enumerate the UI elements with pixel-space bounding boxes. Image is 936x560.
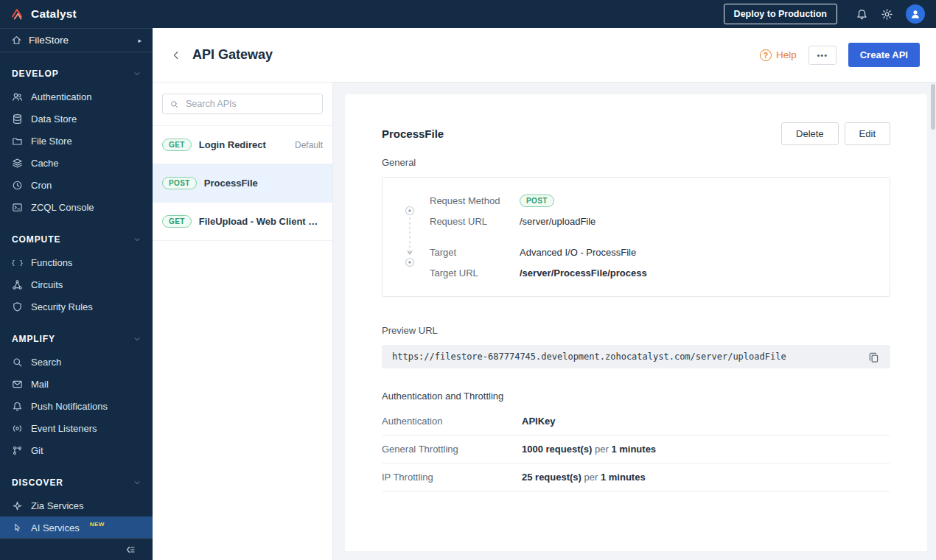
sidebar-section-discover[interactable]: DISCOVER: [0, 461, 153, 494]
home-icon: [11, 35, 22, 46]
preview-url-heading: Preview URL: [382, 325, 890, 336]
authentication-row: Authentication APIKey: [382, 407, 890, 435]
bell-icon: [12, 401, 23, 412]
sidebar-item-circuits[interactable]: Circuits: [0, 273, 153, 295]
content-area: GET Login Redirect Default POST ProcessF…: [153, 83, 936, 560]
method-badge: POST: [162, 177, 197, 189]
request-target-connector-icon: [405, 193, 415, 281]
search-apis-input[interactable]: [184, 98, 315, 110]
braces-icon: { }: [12, 257, 23, 268]
general-throttling-row: General Throttling 1000 request(s) per 1…: [382, 435, 890, 463]
topbar: Deploy to Production: [153, 0, 936, 28]
scrollbar-thumb[interactable]: [931, 84, 935, 130]
deploy-to-production-button[interactable]: Deploy to Production: [724, 4, 837, 24]
chevron-down-icon: [133, 335, 141, 343]
sidebar-item-cache[interactable]: Cache: [0, 152, 153, 174]
collapse-sidebar-icon[interactable]: [125, 544, 136, 556]
chevron-left-icon: [171, 50, 181, 60]
database-icon: [12, 113, 23, 125]
sidebar-section-compute[interactable]: COMPUTE: [0, 218, 153, 251]
general-heading: General: [382, 157, 890, 168]
sidebar-item-functions[interactable]: { } Functions: [0, 251, 153, 273]
help-link[interactable]: ? Help: [760, 49, 797, 61]
api-list-item-login-redirect[interactable]: GET Login Redirect Default: [153, 126, 332, 164]
project-switcher[interactable]: FileStore ▸: [0, 28, 153, 52]
chevron-right-icon: ▸: [138, 37, 142, 44]
sidebar-item-push-notifications[interactable]: Push Notifications: [0, 395, 153, 417]
chevron-down-icon: [133, 236, 141, 243]
sidebar-item-ai-services[interactable]: AI Services NEW: [0, 517, 153, 539]
sidebar-item-zcql-console[interactable]: ZCQL Console: [0, 196, 153, 218]
preview-url-value: https://filestore-687774745.development.…: [392, 351, 786, 362]
chevron-down-icon: [133, 479, 141, 486]
method-badge: GET: [162, 139, 192, 151]
request-method-badge: POST: [520, 195, 554, 207]
clock-icon: [12, 180, 23, 191]
api-list-item-fileupload[interactable]: GET FileUpload - Web Client Hosting: [153, 203, 332, 241]
api-list-panel: GET Login Redirect Default POST ProcessF…: [153, 83, 333, 560]
new-badge: NEW: [90, 521, 105, 528]
api-search: [162, 94, 323, 114]
main-area: Deploy to Production API Gateway ? Help …: [153, 0, 936, 560]
search-icon: [170, 99, 179, 109]
sidebar-item-file-store[interactable]: File Store: [0, 130, 153, 152]
help-icon: ?: [760, 49, 772, 61]
target-label: Target: [430, 247, 520, 258]
app-window: Catalyst FileStore ▸ DEVELOP Authenticat…: [0, 0, 936, 560]
user-icon: [909, 8, 921, 20]
sidebar-section-amplify[interactable]: AMPLIFY: [0, 318, 153, 351]
sidebar-item-mail[interactable]: Mail: [0, 373, 153, 395]
sidebar-footer: [0, 538, 153, 560]
preview-url-bar: https://filestore-687774745.development.…: [382, 345, 890, 368]
broadcast-icon: [12, 423, 23, 434]
api-list: GET Login Redirect Default POST ProcessF…: [153, 125, 332, 241]
create-api-button[interactable]: Create API: [848, 43, 920, 67]
target-url-label: Target URL: [430, 267, 520, 279]
page-title: API Gateway: [192, 47, 273, 63]
chevron-down-icon: [133, 70, 141, 77]
git-icon: [12, 445, 23, 456]
target-url-value: /server/ProcessFile/process: [520, 267, 647, 279]
sidebar-item-security-rules[interactable]: Security Rules: [0, 295, 153, 318]
api-detail-title: ProcessFile: [382, 127, 444, 140]
page-header: API Gateway ? Help ••• Create API: [153, 28, 936, 83]
catalyst-logo-icon: [10, 7, 24, 21]
user-avatar[interactable]: [906, 4, 925, 24]
sidebar-item-event-listeners[interactable]: Event Listeners: [0, 417, 153, 439]
auth-throttling-heading: Authentication and Throttling: [382, 391, 890, 402]
shield-icon: [12, 301, 23, 312]
sidebar-item-data-store[interactable]: Data Store: [0, 108, 153, 130]
request-url-label: Request URL: [430, 216, 520, 227]
folder-icon: [12, 136, 23, 147]
more-options-button[interactable]: •••: [808, 46, 837, 65]
users-icon: [12, 91, 23, 102]
api-detail-card: ProcessFile Delete Edit General: [345, 94, 927, 551]
svg-text:{ }: { }: [12, 258, 23, 266]
sidebar: Catalyst FileStore ▸ DEVELOP Authenticat…: [0, 0, 153, 560]
method-badge: GET: [162, 215, 192, 228]
mail-icon: [12, 379, 23, 390]
back-button[interactable]: [169, 48, 184, 63]
api-list-item-processfile[interactable]: POST ProcessFile: [153, 164, 332, 203]
pointer-icon: [12, 522, 23, 533]
target-value: Advanced I/O - ProcessFile: [520, 247, 636, 258]
edit-button[interactable]: Edit: [845, 122, 890, 145]
project-name: FileStore: [29, 35, 69, 46]
sidebar-section-develop[interactable]: DEVELOP: [0, 52, 153, 85]
brand[interactable]: Catalyst: [0, 0, 153, 28]
sidebar-item-zia-services[interactable]: Zia Services: [0, 494, 153, 517]
delete-button[interactable]: Delete: [781, 122, 839, 145]
help-label: Help: [776, 49, 797, 60]
copy-icon[interactable]: [867, 351, 880, 363]
gear-icon[interactable]: [881, 8, 893, 21]
brand-name: Catalyst: [31, 7, 77, 21]
search-icon: [12, 357, 23, 368]
sidebar-item-cron[interactable]: Cron: [0, 174, 153, 196]
default-tag: Default: [295, 140, 323, 150]
sidebar-item-search[interactable]: Search: [0, 351, 153, 373]
sidebar-item-git[interactable]: Git: [0, 439, 153, 461]
sidebar-item-authentication[interactable]: Authentication: [0, 85, 153, 108]
detail-panel: ProcessFile Delete Edit General: [333, 83, 936, 560]
terminal-icon: [12, 202, 23, 213]
notifications-bell-icon[interactable]: [856, 8, 868, 21]
